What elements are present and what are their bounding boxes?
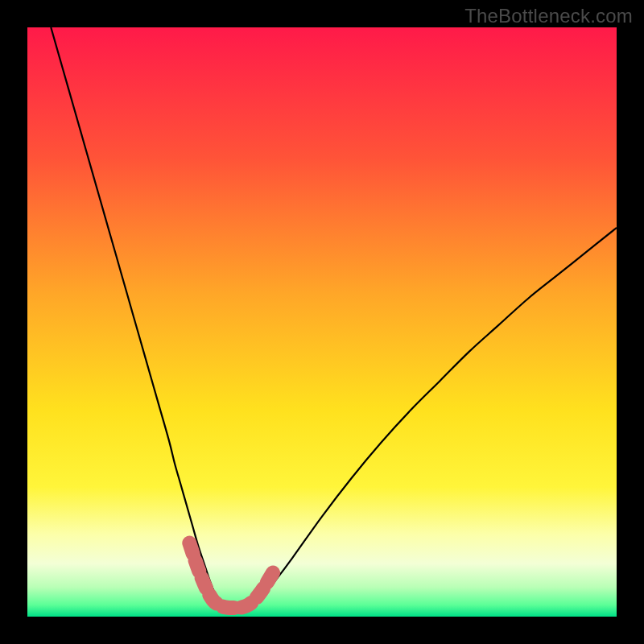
watermark-text: TheBottleneck.com xyxy=(464,5,633,27)
outer-frame: TheBottleneck.com xyxy=(0,0,644,644)
plot-area xyxy=(27,27,617,617)
gradient-background xyxy=(27,27,617,617)
chart-svg xyxy=(27,27,617,617)
